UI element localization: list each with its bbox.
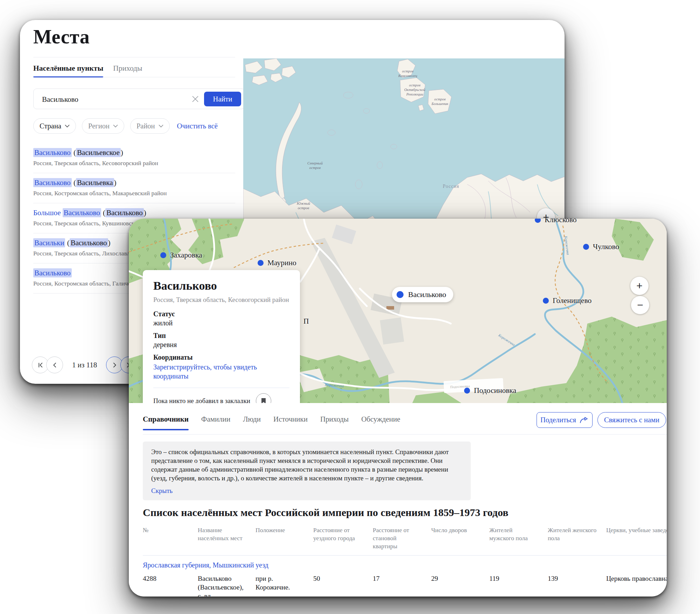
island-label: Октябрьской bbox=[404, 88, 426, 92]
tab-parishes[interactable]: Приходы bbox=[320, 415, 349, 424]
divider bbox=[33, 57, 235, 57]
result-location: Россия, Костромская область, Макарьевски… bbox=[33, 189, 235, 197]
filter-district[interactable]: Район bbox=[130, 118, 170, 134]
contact-us-button[interactable]: Свяжитесь с нами bbox=[597, 412, 666, 428]
places-tabs: Населённые пункты Приходы bbox=[33, 64, 142, 77]
tab-parishes[interactable]: Приходы bbox=[113, 64, 142, 77]
island-label: остров bbox=[298, 206, 309, 210]
island-label: Южный bbox=[296, 202, 310, 205]
island-label: Северный bbox=[307, 161, 323, 165]
hide-link[interactable]: Скрыть bbox=[151, 487, 173, 495]
table-row: 4288 Васильково (Васильевское), с. вл. п… bbox=[143, 571, 667, 597]
page-indicator: 1 из 118 bbox=[72, 361, 97, 369]
chevron-down-icon bbox=[113, 125, 118, 128]
map-marker[interactable]: Подосиновка bbox=[464, 386, 516, 395]
tabs-underline bbox=[33, 77, 235, 77]
result-name[interactable]: Васильково bbox=[33, 178, 72, 187]
filter-region[interactable]: Регион bbox=[82, 118, 124, 134]
island-label: остров bbox=[402, 69, 414, 73]
directories-description: Это – список официальных справочников, в… bbox=[143, 442, 471, 500]
coordinates-label: Координаты bbox=[153, 353, 289, 361]
map-marker[interactable]: Маурино bbox=[258, 259, 296, 267]
divider bbox=[153, 388, 289, 388]
map-marker[interactable]: Захаровка bbox=[160, 251, 202, 260]
chevron-down-icon bbox=[65, 125, 70, 128]
table-header-row: № Название населённых мест Положение Рас… bbox=[143, 526, 667, 555]
place-location: Россия, Тверская область, Кесовогорский … bbox=[153, 296, 289, 304]
country-label: Россия bbox=[443, 184, 459, 189]
marker-dot-icon bbox=[397, 291, 404, 298]
province-link[interactable]: Ярославская губерния, Мышкинский уезд bbox=[143, 556, 667, 571]
chevron-down-icon bbox=[159, 125, 163, 128]
search-box: Найти bbox=[33, 89, 245, 109]
list-item[interactable]: Васильково (Васильевка) Россия, Костромс… bbox=[33, 173, 235, 203]
filter-chips: Страна Регион Район Очистить всё bbox=[33, 118, 218, 134]
page-title: Места bbox=[33, 26, 90, 48]
marker-dot-icon bbox=[583, 244, 589, 250]
share-button[interactable]: Поделиться bbox=[537, 412, 593, 428]
selected-map-marker[interactable]: Васильково bbox=[392, 287, 453, 302]
tabs-underline bbox=[143, 434, 667, 435]
result-name[interactable]: Васильково bbox=[33, 268, 72, 277]
place-info-card: Васильково Россия, Тверская область, Кес… bbox=[143, 270, 300, 403]
type-value: деревня bbox=[153, 341, 289, 349]
tab-discussion[interactable]: Обсуждение bbox=[361, 415, 400, 424]
clear-all-filters-link[interactable]: Очистить всё bbox=[177, 122, 218, 130]
search-input[interactable] bbox=[41, 93, 183, 106]
search-button[interactable]: Найти bbox=[204, 92, 241, 106]
place-title: Васильково bbox=[153, 279, 289, 292]
status-value: жилой bbox=[153, 319, 289, 327]
island-label: остров bbox=[434, 97, 446, 101]
tab-directories[interactable]: Справочники bbox=[143, 415, 189, 424]
section-title: Список населённых мест Российской импери… bbox=[143, 507, 508, 518]
island-label: остров bbox=[309, 166, 321, 170]
detail-tabs: Справочники Фамилии Люди Источники Прихо… bbox=[143, 415, 400, 424]
zoom-out-button[interactable]: − bbox=[631, 296, 649, 314]
list-item[interactable]: Васильково (Васильевское) Россия, Тверск… bbox=[33, 143, 235, 173]
result-location: Россия, Тверская область, Кесовогорский … bbox=[33, 159, 235, 167]
filter-country[interactable]: Страна bbox=[33, 118, 76, 134]
status-label: Статус bbox=[153, 310, 289, 318]
description-text: Это – список официальных справочников, в… bbox=[151, 447, 462, 482]
clear-search-icon[interactable] bbox=[191, 95, 199, 103]
bookmark-icon bbox=[261, 398, 266, 403]
marker-dot-icon bbox=[258, 260, 264, 266]
type-label: Тип bbox=[153, 332, 289, 340]
map-marker[interactable]: Чулково bbox=[583, 242, 619, 251]
share-arrow-icon bbox=[580, 417, 589, 424]
settlements-table: № Название населённых мест Положение Рас… bbox=[143, 526, 667, 597]
tab-settlements[interactable]: Населённые пункты bbox=[33, 64, 103, 77]
detail-map[interactable]: Подосиновка Корожечна Корожечна Корожечн… bbox=[129, 219, 667, 403]
register-to-see-coordinates-link[interactable]: Зарегистрируйтесь, чтобы увидеть координ… bbox=[153, 362, 269, 381]
place-detail-body: Справочники Фамилии Люди Источники Прихо… bbox=[129, 403, 667, 597]
result-name[interactable]: Васильки bbox=[33, 238, 65, 247]
result-name[interactable]: Васильково bbox=[33, 148, 72, 157]
zoom-in-button[interactable]: + bbox=[630, 277, 649, 295]
tab-surnames[interactable]: Фамилии bbox=[201, 415, 230, 424]
island-label: Комсомолец bbox=[398, 74, 417, 78]
marker-dot-icon bbox=[160, 252, 166, 258]
tab-people[interactable]: Люди bbox=[243, 415, 261, 424]
marker-dot-icon bbox=[543, 298, 549, 304]
pagination: 1 из 118 bbox=[32, 357, 137, 373]
place-detail-window: Подосиновка Корожечна Корожечна Корожечн… bbox=[129, 219, 667, 597]
bookmark-note: Пока никто не добавил в закладки bbox=[153, 397, 250, 403]
marker-dot-icon bbox=[464, 388, 470, 394]
tab-sources[interactable]: Источники bbox=[273, 415, 308, 424]
map-marker[interactable]: Голенищево bbox=[543, 296, 592, 305]
island-label: остров bbox=[409, 83, 421, 87]
bookmark-button[interactable] bbox=[256, 393, 271, 403]
prev-page-button[interactable] bbox=[46, 357, 63, 373]
island-label: Революции bbox=[406, 92, 423, 96]
map-marker-clipped[interactable]: Клюсково bbox=[535, 219, 577, 224]
result-name[interactable]: Васильково bbox=[63, 208, 101, 217]
marker-dot-icon bbox=[535, 219, 541, 223]
island-label: Большевик bbox=[431, 102, 448, 106]
